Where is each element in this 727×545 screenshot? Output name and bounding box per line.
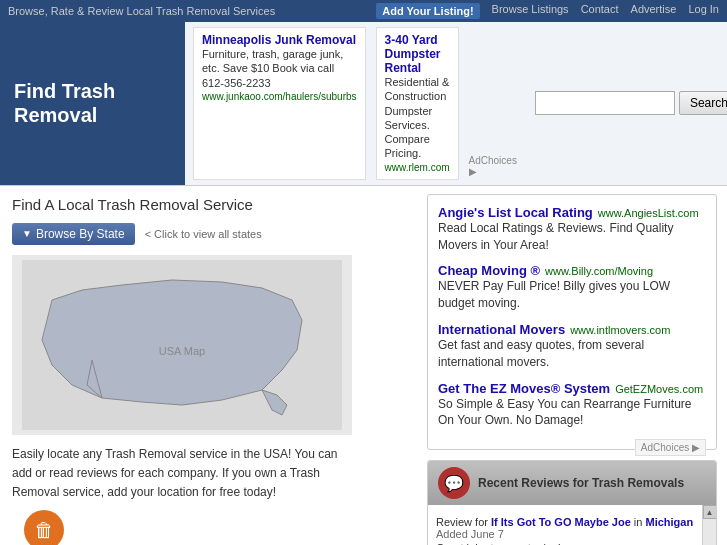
adchoices-badge: AdChoices ▶	[635, 439, 706, 456]
ad-item: Angie's List Local Rating www.AngiesList…	[438, 205, 706, 254]
ad-item-title-2[interactable]: International Movers	[438, 322, 565, 337]
header-ad-1: Minneapolis Junk Removal Furniture, tras…	[193, 27, 366, 180]
right-column: Angie's List Local Rating www.AngiesList…	[417, 186, 727, 545]
login-link[interactable]: Log In	[688, 3, 719, 19]
chevron-down-icon: ▼	[22, 228, 32, 239]
ad-item-url-1: www.Billy.com/Moving	[545, 265, 653, 277]
advertise-link[interactable]: Advertise	[631, 3, 677, 19]
search-input[interactable]	[535, 91, 675, 115]
scroll-track	[703, 519, 716, 545]
browse-by-state-button[interactable]: ▼ Browse By State	[12, 223, 135, 245]
map-image: USA Map	[12, 255, 352, 435]
ad-item-title-3[interactable]: Get The EZ Moves® System	[438, 381, 610, 396]
header-ad-2-url: www.rlem.com	[385, 161, 450, 174]
scrollbar[interactable]: ▲ ▼	[702, 505, 716, 545]
top-bar-nav: Add Your Listing! Browse Listings Contac…	[376, 3, 719, 19]
review-state-0[interactable]: Michigan	[645, 516, 693, 528]
search-area: Search	[525, 22, 727, 185]
trash-icon: 🗑	[34, 519, 54, 542]
add-listing-link[interactable]: Add Your Listing!	[376, 3, 479, 19]
ad-item: International Movers www.intlmovers.com …	[438, 322, 706, 371]
scroll-up-arrow[interactable]: ▲	[703, 505, 717, 519]
reviews-content: Review for If Its Got To GO Maybe Joe in…	[428, 505, 702, 545]
ad-item-url-3: GetEZMoves.com	[615, 383, 703, 395]
review-item: Review for If Its Got To GO Maybe Joe in…	[436, 511, 694, 545]
header-ad-1-url: www.junkaoo.com/haulers/suburbs	[202, 90, 357, 103]
logo-text: Find Trash Removal	[14, 79, 171, 127]
reviews-icon: 💬	[438, 467, 470, 499]
chat-icon: 💬	[444, 474, 464, 493]
header-ad-2: 3-40 Yard Dumpster Rental Residential & …	[376, 27, 459, 180]
ad-item-desc-3: So Simple & Easy You can Rearrange Furni…	[438, 396, 706, 430]
ad-item-title-1[interactable]: Cheap Moving ®	[438, 263, 540, 278]
reviews-list: Review for If Its Got To GO Maybe Joe in…	[428, 505, 702, 545]
ad-box: Angie's List Local Rating www.AngiesList…	[427, 194, 717, 450]
header: Find Trash Removal Minneapolis Junk Remo…	[0, 22, 727, 186]
header-ad-1-desc: Furniture, trash, garage junk, etc. Save…	[202, 47, 357, 90]
header-ad-2-desc: Residential & Construction Dumpster Serv…	[385, 75, 450, 161]
svg-text:USA Map: USA Map	[159, 345, 205, 357]
header-ad-2-title[interactable]: 3-40 Yard Dumpster Rental	[385, 33, 441, 75]
ad-item-url-0: www.AngiesList.com	[598, 207, 699, 219]
reviews-header: 💬 Recent Reviews for Trash Removals	[428, 461, 716, 505]
page-title: Find A Local Trash Removal Service	[12, 196, 405, 213]
ad-item-title-0[interactable]: Angie's List Local Rating	[438, 205, 593, 220]
description: Easily locate any Trash Removal service …	[12, 445, 352, 503]
ad-item-url-2: www.intlmovers.com	[570, 324, 670, 336]
review-for-0: Review for If Its Got To GO Maybe Joe in…	[436, 516, 694, 540]
ad-item-desc-2: Get fast and easy quotes, from several i…	[438, 337, 706, 371]
bottom-icon: 🗑	[24, 510, 64, 545]
top-bar-tagline: Browse, Rate & Review Local Trash Remova…	[8, 5, 275, 17]
header-ad-1-title[interactable]: Minneapolis Junk Removal	[202, 33, 356, 47]
browse-listings-link[interactable]: Browse Listings	[492, 3, 569, 19]
ad-item-desc-1: NEVER Pay Full Price! Billy gives you LO…	[438, 278, 706, 312]
ad-item: Get The EZ Moves® System GetEZMoves.com …	[438, 381, 706, 430]
main-content: Find A Local Trash Removal Service ▼ Bro…	[0, 186, 727, 545]
reviews-box: 💬 Recent Reviews for Trash Removals Revi…	[427, 460, 717, 545]
search-button[interactable]: Search	[679, 91, 727, 115]
reviews-wrapper: Review for If Its Got To GO Maybe Joe in…	[428, 505, 716, 545]
header-ads: Minneapolis Junk Removal Furniture, tras…	[185, 22, 525, 185]
browse-row: ▼ Browse By State < Click to view all st…	[12, 223, 405, 245]
ad-item-desc-0: Read Local Ratings & Reviews. Find Quali…	[438, 220, 706, 254]
logo: Find Trash Removal	[0, 22, 185, 185]
review-company-0[interactable]: If Its Got To GO Maybe Joe	[491, 516, 631, 528]
ad-items: Angie's List Local Rating www.AngiesList…	[438, 205, 706, 429]
top-bar: Browse, Rate & Review Local Trash Remova…	[0, 0, 727, 22]
left-column: Find A Local Trash Removal Service ▼ Bro…	[0, 186, 417, 545]
reviews-title: Recent Reviews for Trash Removals	[478, 476, 684, 490]
ad-item: Cheap Moving ® www.Billy.com/Moving NEVE…	[438, 263, 706, 312]
adchoices-top: AdChoices ▶	[469, 27, 517, 180]
click-view-label: < Click to view all states	[145, 228, 262, 240]
contact-link[interactable]: Contact	[581, 3, 619, 19]
